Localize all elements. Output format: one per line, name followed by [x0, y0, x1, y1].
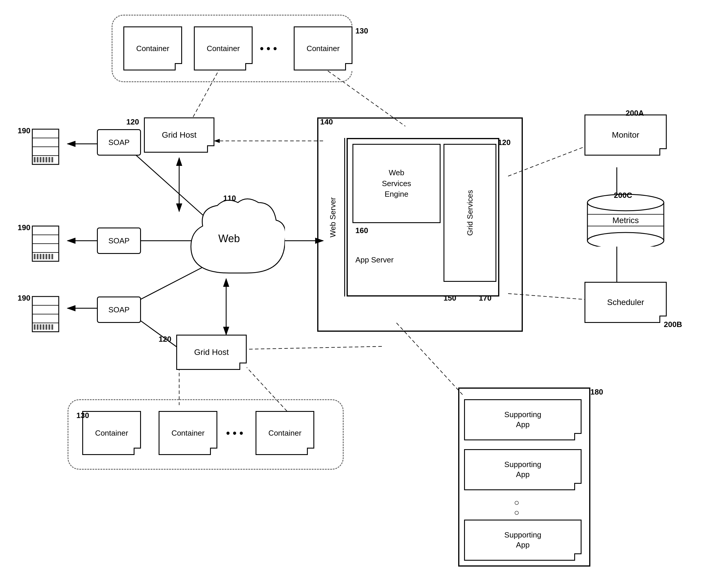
- label-180: 180: [591, 387, 603, 397]
- svg-rect-39: [37, 254, 39, 259]
- label-190-bot: 190: [18, 294, 30, 303]
- svg-rect-31: [45, 157, 47, 162]
- svg-text:Metrics: Metrics: [613, 216, 639, 225]
- label-190-top: 190: [18, 126, 30, 135]
- svg-rect-30: [43, 157, 44, 162]
- label-120-bot: 120: [159, 335, 171, 344]
- svg-rect-38: [34, 254, 36, 259]
- metrics-cylinder: Metrics: [584, 194, 667, 247]
- container-box-bot-3: Container: [255, 411, 314, 455]
- svg-rect-41: [43, 254, 44, 259]
- label-200a: 200A: [626, 109, 644, 118]
- label-160: 160: [355, 226, 368, 235]
- supporting-app-1: SupportingApp: [464, 399, 582, 440]
- app-server-label: App Server: [355, 255, 394, 265]
- server-mid: [29, 223, 62, 264]
- svg-rect-29: [40, 157, 41, 162]
- label-200b: 200B: [664, 320, 682, 329]
- label-130-top: 130: [355, 26, 368, 36]
- svg-text:Web: Web: [218, 232, 240, 245]
- svg-rect-50: [37, 324, 39, 330]
- container-box-top-2: Container: [194, 26, 253, 70]
- container-box-top-3: Container: [294, 26, 352, 70]
- label-120-right: 120: [498, 138, 511, 147]
- label-110: 110: [223, 194, 236, 203]
- dots-top: • • •: [260, 43, 277, 55]
- label-170: 170: [479, 294, 491, 303]
- svg-rect-53: [45, 324, 47, 330]
- svg-rect-44: [51, 254, 53, 259]
- svg-line-14: [396, 323, 464, 396]
- svg-point-59: [587, 232, 664, 247]
- container-box-bot-2: Container: [159, 411, 218, 455]
- svg-rect-32: [48, 157, 50, 162]
- web-cloud: Web: [173, 191, 285, 285]
- supporting-app-3: SupportingApp: [464, 520, 582, 561]
- label-140: 140: [320, 118, 333, 127]
- svg-rect-42: [45, 254, 47, 259]
- container-box-top-1: Container: [123, 26, 182, 70]
- monitor-box: Monitor: [584, 114, 667, 155]
- container-box-bot-1: Container: [82, 411, 141, 455]
- svg-rect-33: [51, 157, 53, 162]
- grid-services-box: Grid Services: [443, 144, 496, 282]
- soap-bot: SOAP: [97, 296, 141, 323]
- svg-rect-27: [34, 157, 36, 162]
- svg-rect-51: [40, 324, 41, 330]
- grid-host-bot: Grid Host: [176, 335, 247, 370]
- soap-mid: SOAP: [97, 228, 141, 254]
- label-190-mid: 190: [18, 223, 30, 232]
- web-services-engine: WebServicesEngine: [352, 144, 440, 223]
- svg-rect-40: [40, 254, 41, 259]
- label-200c: 200C: [614, 191, 632, 200]
- svg-rect-49: [34, 324, 36, 330]
- server-bot: [29, 294, 62, 335]
- label-120-top: 120: [126, 118, 139, 127]
- grid-host-top: Grid Host: [144, 118, 214, 153]
- svg-rect-28: [37, 157, 39, 162]
- label-150: 150: [443, 294, 456, 303]
- soap-top: SOAP: [97, 129, 141, 155]
- svg-rect-54: [48, 324, 50, 330]
- svg-rect-43: [48, 254, 50, 259]
- svg-rect-55: [51, 324, 53, 330]
- svg-line-22: [241, 346, 382, 349]
- label-130-bot: 130: [76, 411, 89, 420]
- svg-rect-52: [43, 324, 44, 330]
- scheduler-box: Scheduler: [584, 282, 667, 323]
- supporting-app-2: SupportingApp: [464, 449, 582, 490]
- diagram: Container Container • • • Container 130 …: [0, 0, 724, 588]
- server-top: [29, 126, 62, 167]
- dots-bot: • • •: [226, 427, 243, 439]
- web-server-box: Web Server: [322, 138, 345, 296]
